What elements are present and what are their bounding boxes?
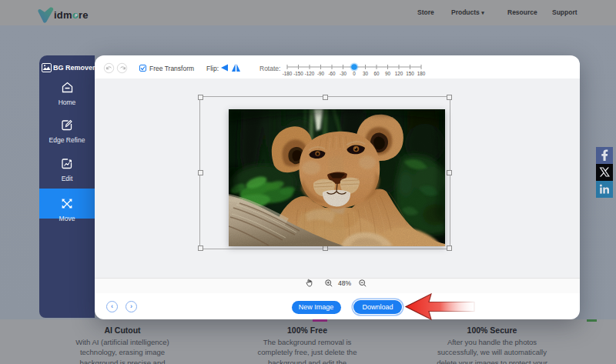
svg-text:-90: -90 [317, 71, 325, 76]
svg-text:90: 90 [385, 71, 391, 76]
svg-text:60: 60 [373, 71, 380, 76]
svg-text:-150: -150 [293, 71, 303, 76]
svg-text:-180: -180 [283, 71, 293, 76]
svg-text:-120: -120 [305, 71, 315, 76]
svg-text:30: 30 [363, 71, 369, 76]
svg-text:-30: -30 [340, 71, 347, 76]
svg-text:150: 150 [406, 71, 414, 76]
svg-text:180: 180 [417, 71, 426, 76]
svg-text:120: 120 [395, 71, 403, 76]
svg-text:0: 0 [353, 71, 356, 76]
svg-text:-60: -60 [328, 71, 336, 76]
